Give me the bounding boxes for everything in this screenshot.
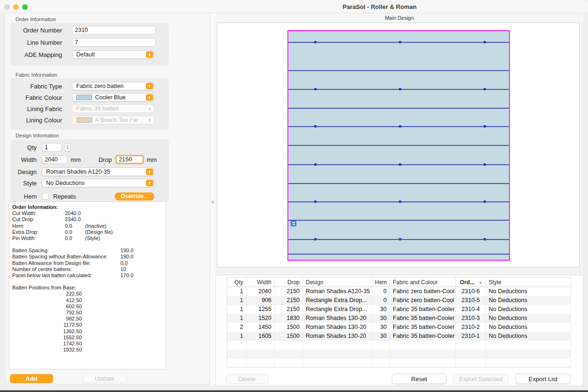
batten-line [288,70,509,71]
repeats-label: Repeats [53,193,76,200]
table-row[interactable]: 120402150Roman Shades A120-350Fabric zer… [227,287,571,296]
width-input[interactable] [42,155,67,164]
batten-position-value: 1362.50 [12,328,82,335]
table-cell: Fabric zero batten-Cool [390,287,456,296]
width-unit: mm [71,156,81,163]
window-minimize-button[interactable] [13,4,19,10]
column-header[interactable]: Fabric and Colour [390,278,456,287]
column-header[interactable]: Design [303,278,372,287]
table-cell: 2310-2 [456,323,486,332]
table-cell [486,359,571,368]
table-cell: 1 [227,314,246,323]
table-cell: 2310-5 [456,296,486,305]
batten-pin-dot [484,238,486,240]
table-cell [372,359,390,368]
fabric-colour-popup[interactable]: Cooler Blue ▲▼ [72,93,154,102]
info-line: Cut Drop:2340.0 [12,216,163,223]
info-line: Cut Width:2040.0 [12,210,163,216]
batten-pin-dot [314,163,317,166]
table-row[interactable]: 19062150Rectangle Extra Drop...0Fabric z… [227,296,571,305]
table-cell: No Deductions [486,314,571,323]
table-header-row: QtyWidthDropDesignHemFabric and ColourOr… [227,278,571,287]
batten-positions-title: Batten Positions from Base: [12,285,163,291]
batten-position-value: 222.50 [12,291,82,297]
table-cell: 1450 [246,323,275,332]
parameters-panel: Order Information Order Number Line Numb… [5,13,210,384]
batten-pin-dot [399,238,401,240]
table-cell: 906 [246,296,275,305]
window-close-button[interactable] [4,4,10,10]
table-empty-row [227,341,571,350]
title-bar: ParaSol - Roller & Roman [0,0,588,13]
table-cell [486,350,571,359]
table-empty-row [227,359,571,368]
lining-fabric-popup: Fabric 35 batten ▲▼ [72,104,154,113]
design-popup[interactable]: Roman Shades A120-35 ▲▼ [42,168,154,176]
table-cell: 1 [227,287,246,296]
order-number-input[interactable] [72,26,156,34]
info-line: Panel below last batten calculated:170.0 [12,272,163,279]
table-cell: No Deductions [486,323,571,332]
popup-chevrons-icon: ▲▼ [146,51,153,58]
table-cell: 30 [372,323,390,332]
paint-cursor-icon [291,220,296,226]
reset-button[interactable]: Reset [392,374,446,384]
fabric-section: Fabric Type Fabric zero batten ▲▼ Fabric… [10,78,169,130]
ade-mapping-label: ADE Mapping [10,51,62,58]
design-canvas[interactable] [217,23,580,267]
ade-mapping-popup[interactable]: Default ▲▼ [72,50,154,59]
export-list-button[interactable]: Export List [516,374,571,384]
table-cell: No Deductions [486,305,571,314]
qty-label: Qty [10,144,37,151]
column-header[interactable]: Style [486,278,571,287]
pane-splitter[interactable] [210,13,215,386]
table-cell: Fabric zero batten-Cool [390,296,456,305]
lining-colour-swatch [76,117,92,123]
table-cell: Rectangle Extra Drop... [303,305,372,314]
table-row[interactable]: 116051500Roman Shades 130-2030Fabric 35 … [227,332,571,341]
column-header[interactable]: Width [246,278,275,287]
table-cell: 0 [372,287,390,296]
window-zoom-button[interactable] [22,4,28,10]
table-cell [390,359,456,368]
popup-chevrons-icon: ▲▼ [146,94,153,101]
order-lines-table: QtyWidthDropDesignHemFabric and ColourOr… [227,277,571,368]
export-selected-button: Export Selected [453,374,509,384]
batten-pin-dot [314,200,317,203]
info-line: Number of centre battens:10 [12,266,163,272]
table-row[interactable]: 115201830Roman Shades 130-2030Fabric 35 … [227,314,571,323]
table-cell [275,350,303,359]
hem-checkbox[interactable] [42,193,48,200]
width-label: Width [10,156,37,163]
qty-input[interactable] [42,143,62,152]
table-cell: Roman Shades 130-20 [303,332,372,341]
table-cell: 2150 [275,305,303,314]
order-lines-card: QtyWidthDropDesignHemFabric and ColourOr… [215,275,583,386]
main-design-area: Main Design QtyWidthDropDesignHemFabric … [215,13,583,386]
table-cell: 1255 [246,305,275,314]
table-row[interactable]: 112552150Rectangle Extra Drop...30Fabric… [227,305,571,314]
style-popup[interactable]: No Deductions ▲▼ [42,179,154,187]
table-cell: 2 [227,323,246,332]
table-row[interactable]: 214501500Roman Shades 130-2030Fabric 35 … [227,323,571,332]
batten-line [288,145,509,146]
fabric-type-popup[interactable]: Fabric zero batten ▲▼ [72,82,154,90]
table-cell: Roman Shades 130-20 [303,314,372,323]
qty-stepper[interactable]: ▲▼ [64,143,71,152]
info-line: Extra Drop:0.0(Design file) [12,229,163,235]
table-cell [275,359,303,368]
line-number-input[interactable] [72,38,156,47]
lining-fabric-label: Lining Fabric [10,105,62,112]
override-button[interactable]: Override... [115,192,154,200]
drop-input[interactable] [116,155,143,164]
batten-pin-dot [399,88,401,90]
table-cell: Roman Shades A120-35 [303,287,372,296]
column-header[interactable]: Qty [227,278,246,287]
info-line: Batten Spacing without Batten Allowance:… [12,254,163,260]
add-button[interactable]: Add [10,374,53,383]
batten-line [288,254,509,255]
table-cell: 1 [227,305,246,314]
column-header[interactable]: Hem [372,278,390,287]
column-header[interactable]: Drop [275,278,303,287]
column-header[interactable]: Ord...▾ [456,278,486,287]
